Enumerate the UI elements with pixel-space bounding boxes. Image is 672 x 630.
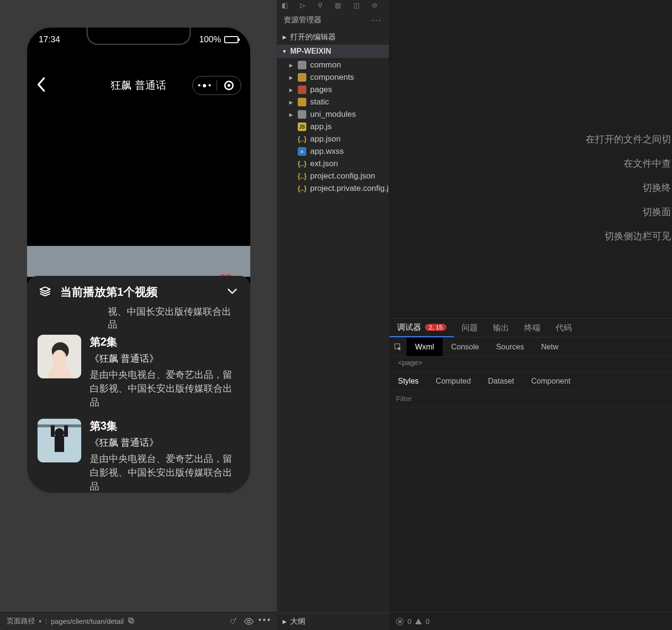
subtab-sources[interactable]: Sources <box>488 338 533 356</box>
subtab-console[interactable]: Console <box>443 338 488 356</box>
episode-item[interactable]: 第3集《狂飙 普通话》是由中央电视台、爱奇艺出品，留白影视、中国长安出版传媒联合… <box>38 419 240 493</box>
editor-hint: 切换面 <box>586 206 671 218</box>
editor-hint: 切换侧边栏可见 <box>586 230 671 243</box>
subtab-wxml[interactable]: Wxml <box>407 338 443 356</box>
editor-hint: 在打开的文件之间切 <box>586 133 671 146</box>
project-section[interactable]: ▼ MP-WEIXIN <box>277 45 389 58</box>
svg-rect-6 <box>55 436 64 452</box>
styletab-component[interactable]: Component <box>523 377 579 386</box>
devtools-panel: 调试器 2, 15 问题 输出 终端 代码 Wxml Console Sourc… <box>389 318 672 630</box>
warning-count: 0 <box>426 617 429 625</box>
episode-sheet: 当前播放第1个视频 视、中国长安出版传媒联合出品 第2集《狂飙 普通话》是由中央… <box>27 276 250 493</box>
file-name: app.js <box>310 122 331 132</box>
page-path-value: pages/client/tuan/detail <box>51 617 123 625</box>
file-name: ext.json <box>310 159 338 169</box>
episode-show-name: 《狂飙 普通话》 <box>90 436 240 449</box>
episode-item[interactable]: 第2集《狂飙 普通话》是由中央电视台、爱奇艺出品，留白影视、中国长安出版传媒联合… <box>38 335 240 409</box>
phone-simulator: 17:34 100% 狂飙 普通话 <box>26 26 252 494</box>
capsule-close-button[interactable] <box>217 76 241 94</box>
tab-problems[interactable]: 问题 <box>454 319 485 337</box>
svg-point-22 <box>247 620 250 623</box>
chevron-right-icon: ▶ <box>282 34 287 40</box>
layout-icon[interactable]: ▥ <box>335 1 341 9</box>
file-row[interactable]: {..}app.json <box>277 133 389 145</box>
folder-row[interactable]: ▶uni_modules <box>277 108 389 121</box>
chevron-right-icon: ▶ <box>289 63 294 68</box>
panel-icon[interactable]: ◧ <box>282 1 288 9</box>
episode-show-name: 《狂飙 普通话》 <box>90 352 240 365</box>
outline-section[interactable]: ▶ 大纲 <box>277 613 389 630</box>
tool-icon[interactable]: ⚲ <box>318 1 322 9</box>
run-icon[interactable]: ▷ <box>300 1 305 9</box>
json-file-icon: {..} <box>298 135 306 143</box>
capsule-menu-button[interactable] <box>193 76 217 94</box>
file-name: project.config.json <box>310 171 375 181</box>
folder-icon <box>298 61 306 69</box>
error-icon[interactable] <box>396 618 404 625</box>
episode-thumbnail <box>38 419 81 462</box>
chevron-right-icon: ▶ <box>289 100 294 105</box>
folder-name: components <box>310 73 354 82</box>
inspect-icon[interactable] <box>389 343 407 351</box>
explorer-more-icon[interactable]: ··· <box>372 16 382 25</box>
wxss-file-icon: ≡ <box>298 147 306 156</box>
episode-description: 是由中央电视台、爱奇艺出品，留白影视、中国长安出版传媒联合出品 <box>90 368 240 409</box>
copy-icon[interactable] <box>127 617 135 626</box>
more-icon[interactable]: ••• <box>260 615 270 626</box>
episode-title: 第2集 <box>90 335 118 349</box>
editor-area: 在打开的文件之间切在文件中查切换终切换面切换侧边栏可见 调试器 2, 15 问题… <box>389 0 672 630</box>
file-row[interactable]: JSapp.js <box>277 121 389 133</box>
page-title: 狂飙 普通话 <box>111 78 166 93</box>
tab-code[interactable]: 代码 <box>548 319 579 337</box>
open-editors-section[interactable]: ▶ 打开的编辑器 <box>277 30 389 45</box>
folder-row[interactable]: ▶components <box>277 71 389 84</box>
folder-row[interactable]: ▶common <box>277 59 389 71</box>
svg-point-21 <box>231 619 235 623</box>
file-row[interactable]: {..}project.private.config.js... <box>277 182 389 195</box>
folder-icon <box>298 73 306 82</box>
styles-filter-input[interactable] <box>389 395 672 403</box>
sheet-header[interactable]: 当前播放第1个视频 <box>27 284 250 306</box>
eye-icon[interactable] <box>244 616 254 627</box>
status-battery-percent: 100% <box>199 35 221 45</box>
stack-icon <box>38 285 52 299</box>
warning-icon[interactable] <box>415 619 422 624</box>
file-name: project.private.config.js... <box>310 184 389 193</box>
file-row[interactable]: ≡app.wxss <box>277 145 389 158</box>
target-icon <box>224 81 234 90</box>
autoplay-icon[interactable] <box>227 616 238 627</box>
styletab-styles[interactable]: Styles <box>389 377 427 386</box>
file-name: app.wxss <box>310 147 344 156</box>
tab-debugger[interactable]: 调试器 2, 15 <box>389 319 454 337</box>
styletab-dataset[interactable]: Dataset <box>479 377 522 386</box>
battery-icon <box>224 36 238 43</box>
editor-hint: 切换终 <box>586 181 671 194</box>
layout2-icon[interactable]: ◫ <box>353 1 360 9</box>
folder-row[interactable]: ▶static <box>277 96 389 108</box>
json-file-icon: {..} <box>298 184 306 193</box>
folder-icon <box>298 98 306 106</box>
wxml-root-tag[interactable]: <page> <box>389 357 672 368</box>
styletab-computed[interactable]: Computed <box>427 377 480 386</box>
svg-rect-7 <box>51 425 55 437</box>
devtools-status-bar: 0 0 <box>389 612 672 630</box>
subtab-network[interactable]: Netw <box>532 338 567 356</box>
dash-icon[interactable]: ⊝ <box>372 1 378 9</box>
error-count: 0 <box>407 617 411 625</box>
file-row[interactable]: {..}project.config.json <box>277 170 389 182</box>
status-time: 17:34 <box>39 35 60 45</box>
issues-badge: 2, 15 <box>425 324 446 331</box>
simulator-pane: 17:34 100% 狂飙 普通话 <box>0 0 277 630</box>
folder-row[interactable]: ▶pages <box>277 84 389 96</box>
simulator-bottom-bar: 页面路径 ▾ | pages/client/tuan/detail ••• <box>0 612 277 630</box>
file-row[interactable]: {..}ext.json <box>277 158 389 170</box>
chevron-down-icon[interactable]: ▾ <box>39 619 41 624</box>
svg-rect-4 <box>38 424 81 427</box>
tab-terminal[interactable]: 终端 <box>517 319 548 337</box>
tab-output[interactable]: 输出 <box>485 319 517 337</box>
chevron-down-icon[interactable] <box>226 284 239 300</box>
back-icon[interactable] <box>36 76 46 94</box>
chevron-right-icon: ▶ <box>289 112 294 117</box>
editor-hint: 在文件中查 <box>586 157 671 170</box>
episode-thumbnail <box>38 335 81 378</box>
